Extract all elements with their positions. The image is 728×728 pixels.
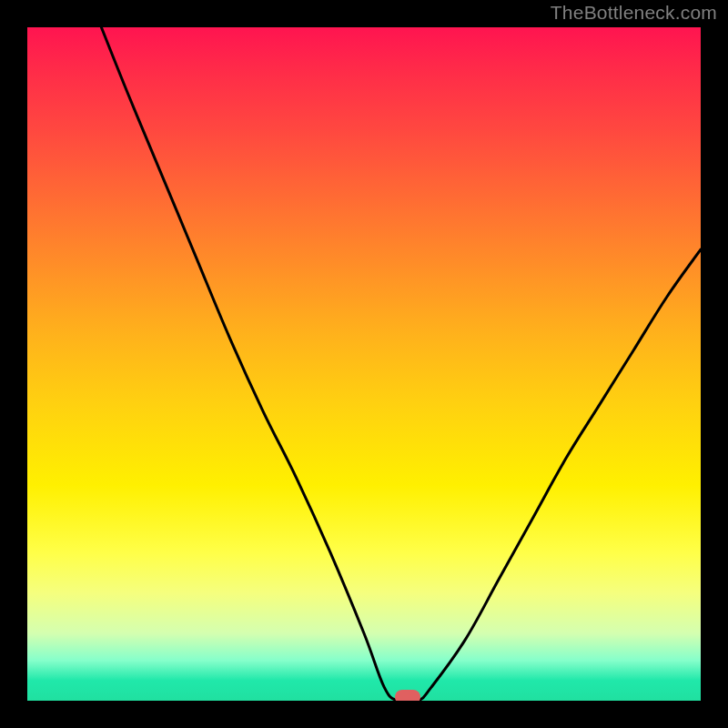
bottleneck-curve-path: [101, 27, 701, 701]
optimal-marker: [395, 690, 420, 701]
plot-area: [27, 27, 701, 701]
chart-container: TheBottleneck.com: [0, 0, 728, 728]
attribution-label: TheBottleneck.com: [551, 2, 717, 24]
curve-svg: [27, 27, 701, 701]
